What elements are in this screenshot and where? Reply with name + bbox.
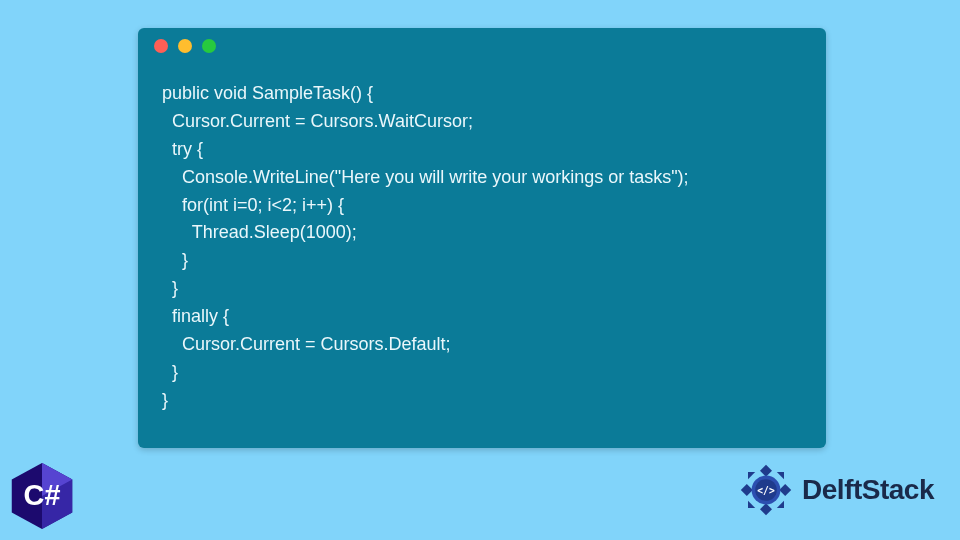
brand-logo: </> DelftStack bbox=[736, 460, 934, 520]
close-icon bbox=[154, 39, 168, 53]
svg-marker-6 bbox=[779, 484, 791, 496]
svg-marker-8 bbox=[777, 472, 784, 479]
svg-marker-4 bbox=[760, 503, 772, 515]
maximize-icon bbox=[202, 39, 216, 53]
svg-marker-7 bbox=[748, 472, 755, 479]
svg-marker-3 bbox=[760, 465, 772, 477]
svg-marker-5 bbox=[741, 484, 753, 496]
brand-name: DelftStack bbox=[802, 474, 934, 506]
minimize-icon bbox=[178, 39, 192, 53]
brand-code-icon: </> bbox=[757, 485, 775, 496]
code-snippet: public void SampleTask() { Cursor.Curren… bbox=[138, 64, 826, 435]
brand-medallion-icon: </> bbox=[736, 460, 796, 520]
code-window: public void SampleTask() { Cursor.Curren… bbox=[138, 28, 826, 448]
svg-marker-9 bbox=[748, 501, 755, 508]
window-titlebar bbox=[138, 28, 826, 64]
svg-marker-10 bbox=[777, 501, 784, 508]
csharp-language-badge: C# bbox=[6, 460, 78, 532]
csharp-label: C# bbox=[24, 479, 61, 511]
